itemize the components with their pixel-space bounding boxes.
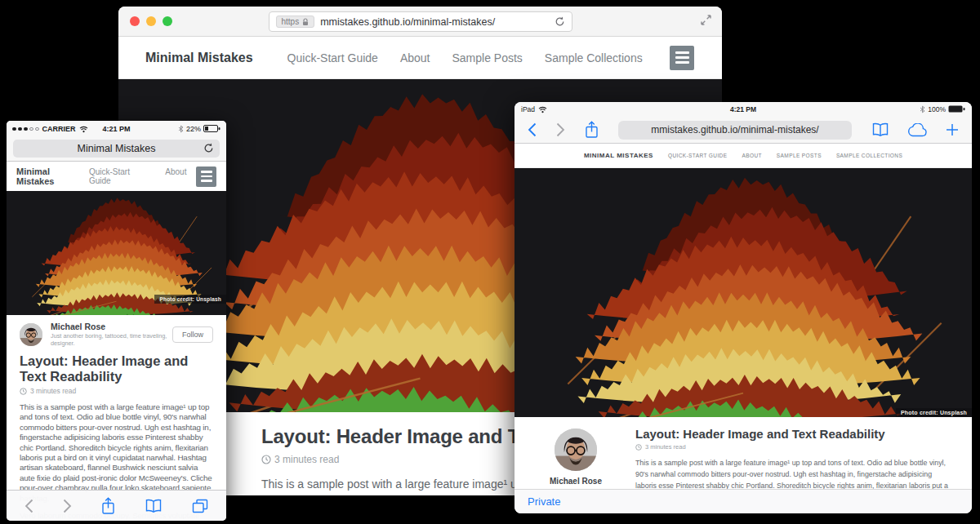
site-title[interactable]: MINIMAL MISTAKES (584, 152, 653, 159)
nav-link-about[interactable]: About (165, 167, 186, 185)
post-paragraph: This is a sample post with a large featu… (635, 457, 954, 489)
nav-link-quick-start-guide[interactable]: QUICK-START GUIDE (668, 153, 728, 158)
chevron-right-icon (63, 499, 72, 513)
nav-link-about[interactable]: About (400, 51, 430, 64)
iphone-nav: Quick-Start Guide About (89, 167, 187, 185)
menu-toggle-button[interactable] (670, 46, 694, 70)
ipad-url-text: mmistakes.github.io/minimal-mistakes/ (651, 124, 818, 135)
author-name: Michael Rose (51, 322, 172, 331)
ipad-screen: iPad 4:21 PM 100% (514, 102, 972, 513)
composite-canvas: https mmistakes.github.io/minimal-mistak… (0, 0, 980, 524)
chevron-right-icon (556, 122, 565, 137)
battery-icon (948, 105, 965, 113)
author-avatar (555, 429, 597, 471)
nav-link-sample-collections[interactable]: SAMPLE COLLECTIONS (836, 153, 902, 158)
bookmarks-button[interactable] (145, 499, 163, 513)
article-main: Layout: Header Image and Text Readabilit… (624, 427, 954, 489)
read-time-label: 3 minutes read (645, 443, 686, 451)
forward-button[interactable] (63, 499, 72, 513)
book-icon (145, 499, 163, 513)
toolbar-right-cluster (871, 122, 959, 137)
post-paragraph-1: This is a sample post with a large featu… (20, 402, 213, 504)
desktop-address-bar[interactable]: https mmistakes.github.io/minimal-mistak… (269, 11, 572, 32)
iphone-address-field[interactable]: Minimal Mistakes (13, 140, 220, 158)
share-icon (585, 121, 599, 139)
bluetooth-icon (178, 125, 184, 133)
share-button[interactable] (585, 121, 599, 139)
reload-icon (555, 16, 565, 27)
cloud-icon (907, 123, 928, 137)
private-browsing-bar: Private (514, 489, 972, 513)
ipad-status-bar: iPad 4:21 PM 100% (514, 102, 972, 117)
site-title[interactable]: Minimal Mistakes (145, 51, 253, 65)
private-button[interactable]: Private (528, 495, 560, 508)
https-label: https (282, 17, 300, 26)
fullscreen-arrows-icon (700, 14, 712, 26)
bluetooth-icon (920, 105, 925, 113)
book-icon (871, 122, 889, 137)
battery-percent: 22% (186, 125, 201, 133)
share-button[interactable] (101, 497, 115, 515)
nav-link-sample-collections[interactable]: Sample Collections (545, 51, 643, 64)
plus-icon (946, 123, 959, 136)
photo-credit: Photo credit: Unsplash (896, 408, 972, 417)
ipad-header-image: Photo credit: Unsplash (514, 168, 972, 417)
author-row: Michael Rose Just another boring, tattoo… (20, 322, 213, 347)
new-tab-button[interactable] (946, 123, 959, 136)
nav-link-sample-posts[interactable]: SAMPLE POSTS (777, 153, 822, 158)
reload-button[interactable] (555, 16, 565, 27)
forward-button[interactable] (556, 122, 565, 137)
desktop-masthead: Minimal Mistakes Quick-Start Guide About… (118, 37, 722, 79)
clock-icon (261, 455, 271, 464)
clock-icon (20, 388, 27, 395)
author-bio: Just another boring, tattooed, time trav… (51, 332, 172, 347)
read-time: 3 minutes read (635, 443, 954, 451)
reading-list-button[interactable] (871, 122, 889, 137)
site-title[interactable]: Minimal Mistakes (16, 167, 89, 186)
clock-icon (635, 444, 642, 451)
leaves-photo (514, 168, 972, 417)
iphone-reload-button[interactable] (203, 143, 214, 153)
ipad-address-field[interactable]: mmistakes.github.io/minimal-mistakes/ (618, 121, 852, 140)
author-sidebar: Michael Rose Just another boring, tattoo… (528, 427, 624, 489)
share-icon (101, 497, 115, 515)
https-badge: https (276, 16, 315, 28)
url-text: mmistakes.github.io/minimal-mistakes/ (320, 16, 548, 28)
follow-button[interactable]: Follow (172, 326, 213, 343)
status-right-cluster: 100% (920, 105, 965, 113)
nav-link-about[interactable]: ABOUT (742, 153, 761, 158)
fullscreen-button[interactable] (700, 14, 712, 26)
iphone-url-text: Minimal Mistakes (78, 143, 156, 154)
close-window-button[interactable] (130, 16, 140, 26)
back-button[interactable] (24, 499, 33, 513)
author-avatar (20, 323, 42, 346)
nav-link-quick-start-guide[interactable]: Quick-Start Guide (287, 51, 378, 64)
tabs-icon (192, 499, 208, 513)
battery-icon (203, 125, 220, 133)
status-time: 4:21 PM (514, 105, 972, 113)
post-title: Layout: Header Image and Text Readabilit… (635, 427, 954, 441)
author-name: Michael Rose (528, 477, 624, 486)
chevron-left-icon (24, 499, 33, 513)
photo-credit: Photo credit: Unsplash (154, 295, 226, 304)
author-text: Michael Rose Just another boring, tattoo… (51, 322, 172, 347)
desktop-nav: Quick-Start Guide About Sample Posts Sam… (287, 51, 643, 64)
menu-toggle-button[interactable] (196, 167, 216, 187)
minimize-window-button[interactable] (146, 16, 156, 26)
lock-icon (302, 18, 309, 26)
tabs-button[interactable] (192, 499, 208, 513)
nav-link-sample-posts[interactable]: Sample Posts (452, 51, 522, 64)
ipad-toolbar: mmistakes.github.io/minimal-mistakes/ (514, 117, 972, 144)
zoom-window-button[interactable] (163, 16, 172, 26)
ipad-masthead: MINIMAL MISTAKES QUICK-START GUIDE ABOUT… (514, 144, 972, 168)
chevron-left-icon (528, 122, 537, 137)
iphone-bottom-toolbar (7, 490, 226, 521)
read-time-label: 3 minutes read (30, 387, 76, 395)
battery-percent: 100% (928, 105, 946, 113)
iphone-status-bar: CARRIER 4:21 PM 22% (7, 121, 226, 137)
post-title: Layout: Header Image and Text Readabilit… (20, 353, 213, 384)
back-button[interactable] (528, 122, 537, 137)
icloud-tabs-button[interactable] (907, 123, 928, 137)
nav-link-quick-start-guide[interactable]: Quick-Start Guide (89, 167, 152, 185)
read-time: 3 minutes read (20, 387, 213, 395)
